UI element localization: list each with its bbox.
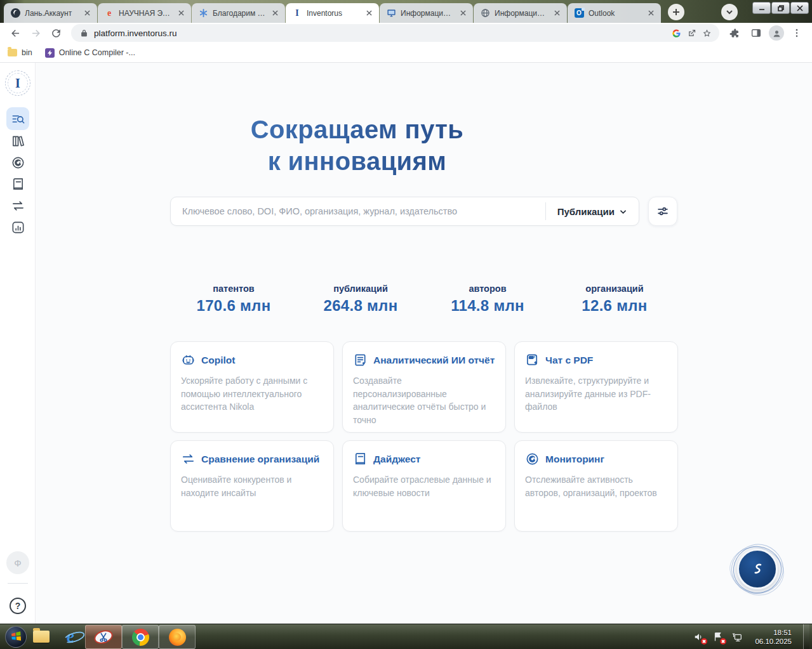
taskbar-clock[interactable]: 18:51 06.10.2025 <box>750 628 797 646</box>
taskbar-explorer[interactable] <box>27 624 56 649</box>
stat-publications: публикаций 264.8 млн <box>297 284 424 315</box>
browser-toolbar: platform.inventorus.ru <box>0 23 812 43</box>
search-filters-button[interactable] <box>648 197 677 226</box>
tab-outlook[interactable]: O Outlook <box>568 3 661 23</box>
card-title: Чат с PDF <box>545 355 593 366</box>
nikola-spark-icon <box>746 558 769 580</box>
tab-elibrary[interactable]: e НАУЧНАЯ ЭЛЕК <box>98 3 191 23</box>
assistant-fab-button[interactable] <box>737 549 778 589</box>
restore-button[interactable] <box>771 2 790 14</box>
card-title: Сравнение организаций <box>201 454 319 465</box>
help-button[interactable]: ? <box>10 598 26 614</box>
sidebar-item-monitoring[interactable] <box>6 151 29 174</box>
tab-close-icon[interactable] <box>270 8 280 18</box>
forward-button[interactable] <box>27 24 44 42</box>
tab-inventorus-active[interactable]: I Inventorus <box>286 3 379 23</box>
card-digest[interactable]: Дайджест Собирайте отраслевые данные и к… <box>342 440 506 532</box>
monitoring-icon <box>11 155 25 170</box>
tab-thanks[interactable]: Благодарим вас <box>192 3 285 23</box>
inventorus-logo[interactable]: I <box>5 70 30 96</box>
card-compare-orgs[interactable]: Сравнение организаций Оценивайте конкуре… <box>170 440 334 532</box>
robot-icon <box>181 353 196 367</box>
bookmark-label: Online C Compiler -... <box>59 48 135 57</box>
card-ai-report[interactable]: Аналитический ИИ отчёт Создавайте персон… <box>342 341 506 433</box>
tab-close-icon[interactable] <box>552 8 562 18</box>
tab-info-2[interactable]: Информационн <box>474 3 567 23</box>
bookmark-star-icon[interactable] <box>702 28 712 38</box>
tab-close-icon[interactable] <box>458 8 468 18</box>
sidebar-item-compare[interactable] <box>6 194 29 217</box>
taskbar-chrome[interactable] <box>122 625 159 649</box>
card-pdf-chat[interactable]: PDF Чат с PDF Извлекайте, структурируйте… <box>514 341 678 433</box>
tab-info-1[interactable]: Информационн <box>380 3 473 23</box>
bookmark-online-compiler[interactable]: Online C Compiler -... <box>45 48 135 58</box>
explorer-folder-icon <box>33 631 50 643</box>
tab-close-icon[interactable] <box>646 8 656 18</box>
sidebar-item-library[interactable] <box>6 129 29 152</box>
search-input[interactable] <box>171 206 545 216</box>
main-content: Сокращаем путь к инновациям Публикации п… <box>36 63 812 624</box>
back-button[interactable] <box>6 24 24 42</box>
close-button[interactable] <box>790 2 809 14</box>
card-copilot[interactable]: Copilot Ускоряйте работу с данными с пом… <box>170 341 334 433</box>
page-title-line1: Сокращаем путь <box>36 114 678 145</box>
sidebar-item-digest[interactable] <box>6 173 29 195</box>
action-center-flag-tray-icon[interactable] <box>712 631 724 643</box>
sidebar-item-analytics[interactable] <box>6 216 29 239</box>
profile-avatar[interactable] <box>769 25 784 41</box>
chevron-down-icon <box>619 207 627 216</box>
tab-search-button[interactable] <box>721 4 738 20</box>
outlook-favicon-icon: O <box>574 8 584 18</box>
tab-title: Outlook <box>589 9 641 18</box>
card-body: Извлекайте, структурируйте и анализируйт… <box>525 374 667 414</box>
bookmark-folder-bin[interactable]: bin <box>8 48 32 57</box>
sidebar-item-search[interactable] <box>6 107 29 130</box>
show-desktop-button[interactable] <box>803 624 809 649</box>
page-title: Сокращаем путь к инновациям <box>36 114 678 177</box>
taskbar-snipping-tool[interactable] <box>85 625 122 649</box>
bookmark-label: bin <box>22 48 32 57</box>
user-avatar[interactable]: Ф <box>6 551 29 574</box>
tab-title: Информационн <box>401 9 453 18</box>
toolbar-actions <box>726 24 806 42</box>
pdf-chat-icon: PDF <box>525 353 540 367</box>
network-tray-icon[interactable] <box>731 631 743 643</box>
lan-favicon-icon <box>10 8 20 18</box>
card-body: Отслеживайте активность авторов, организ… <box>525 473 667 499</box>
tab-title: Благодарим вас <box>213 9 265 18</box>
globe-favicon-icon <box>480 8 490 18</box>
search-scope-dropdown[interactable]: Публикации <box>545 202 639 220</box>
volume-muted-tray-icon[interactable] <box>693 631 705 643</box>
card-monitoring[interactable]: Мониторинг Отслеживайте активность автор… <box>514 440 678 532</box>
reload-button[interactable] <box>47 24 65 42</box>
tab-close-icon[interactable] <box>82 8 92 18</box>
start-button[interactable] <box>5 626 27 648</box>
window-controls <box>752 2 809 14</box>
svg-text:PDF: PDF <box>529 356 536 359</box>
tab-lan-account[interactable]: Лань.Аккаунт <box>4 3 97 23</box>
library-icon <box>11 134 25 148</box>
search-row: Публикации <box>170 197 678 226</box>
taskbar-internet-explorer[interactable]: e <box>56 624 85 649</box>
tab-close-icon[interactable] <box>364 8 374 18</box>
taskbar-firefox[interactable] <box>159 625 196 649</box>
extensions-button[interactable] <box>726 24 743 42</box>
chrome-icon <box>132 629 149 646</box>
tab-close-icon[interactable] <box>176 8 186 18</box>
minimize-button[interactable] <box>752 2 771 14</box>
side-panel-button[interactable] <box>747 24 765 42</box>
url-text[interactable]: platform.inventorus.ru <box>94 29 666 38</box>
stat-value: 114.8 млн <box>424 297 551 315</box>
puzzle-icon <box>729 27 740 39</box>
new-tab-button[interactable] <box>668 4 684 20</box>
browser-menu-button[interactable] <box>788 24 806 42</box>
clock-date: 06.10.2025 <box>755 637 792 646</box>
google-g-icon[interactable] <box>671 28 681 38</box>
sidebar-divider <box>8 583 28 584</box>
share-icon[interactable] <box>686 28 696 38</box>
address-bar[interactable]: platform.inventorus.ru <box>71 24 719 42</box>
asterisk-favicon-icon <box>198 8 208 18</box>
stat-value: 264.8 млн <box>297 297 424 315</box>
tab-strip: Лань.Аккаунт e НАУЧНАЯ ЭЛЕК Благодарим в… <box>4 3 661 23</box>
search-box[interactable]: Публикации <box>170 197 639 226</box>
